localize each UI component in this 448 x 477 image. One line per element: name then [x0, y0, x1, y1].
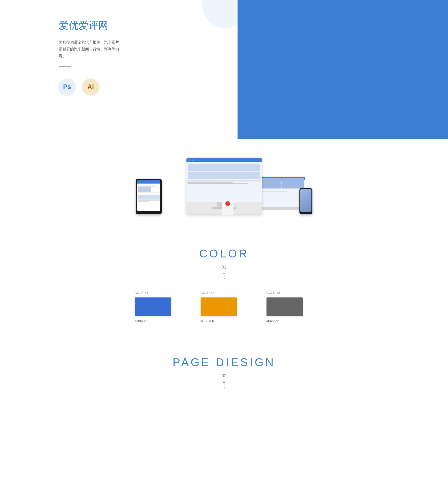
- tablet-screen: [137, 180, 160, 211]
- mug-body: [222, 201, 234, 215]
- divider-line: [59, 66, 71, 67]
- phone-screen-image: [300, 189, 311, 212]
- tablet-line-7: [138, 200, 160, 201]
- mug-handle: [233, 204, 237, 210]
- colors-grid: COLR #1 #386DD3 COLR #2 #EB9700 COLR #3 …: [0, 291, 448, 323]
- tool-icons-container: Ps Ai: [59, 79, 237, 95]
- color-swatch-1: [135, 298, 171, 316]
- monitor-img-2: [224, 164, 260, 171]
- tablet-header: [137, 180, 160, 184]
- left-panel: 爱优爱评网 为您提供最全的汽车报价、汽车图片、最精彩的汽车新闻、行情、评测等内容…: [0, 0, 237, 153]
- color-section: COLOR 01 COLR #1 #386DD3 COLR #2 #EB9700…: [0, 228, 448, 337]
- laptop-content: [258, 177, 305, 189]
- nav-dot-3: [192, 160, 193, 161]
- mug-logo: [225, 201, 230, 206]
- tablet-device: [136, 179, 162, 214]
- monitor-text-2: [188, 182, 233, 183]
- color-section-dots: [0, 273, 448, 279]
- color-hex-3: #666666: [266, 319, 314, 323]
- page-dot-blue-1: [224, 382, 224, 383]
- color-hex-1: #386DD3: [135, 319, 182, 323]
- phone-screen: [300, 189, 311, 212]
- device-mockup-container: [136, 139, 312, 214]
- dot-blue-1: [224, 273, 224, 274]
- phone-device: [299, 188, 312, 214]
- color-label-2: COLR #2: [200, 291, 248, 295]
- tablet-content: [137, 184, 160, 203]
- dot-small-1: [224, 276, 224, 277]
- laptop-screen: [258, 177, 305, 207]
- site-description: 为您提供最全的汽车报价、汽车图片、最精彩的汽车新闻、行情、评测等内容。: [59, 39, 125, 59]
- monitor-img-4: [224, 172, 260, 179]
- page-design-number: 02: [0, 373, 448, 378]
- ps-label: Ps: [63, 83, 71, 91]
- color-label-1: COLR #1: [135, 291, 182, 295]
- dot-small-2: [224, 278, 224, 279]
- tablet-line-4: [138, 192, 160, 193]
- ai-icon-circle[interactable]: Ai: [82, 79, 99, 95]
- laptop-img-2: [282, 178, 304, 183]
- color-hex-2: #EB9700: [200, 319, 248, 323]
- color-card-1: COLR #1 #386DD3: [135, 291, 182, 323]
- color-card-3: COLR #3 #666666: [266, 291, 314, 323]
- monitor-text-1: [188, 180, 261, 181]
- monitor-img-3: [188, 172, 224, 179]
- page-dot-small-2: [224, 387, 224, 388]
- mug: [221, 198, 235, 214]
- ai-label: Ai: [87, 83, 94, 91]
- tablet-line-1: [138, 185, 160, 185]
- tablet-line-2: [138, 186, 155, 187]
- monitor-screen: [187, 158, 262, 202]
- laptop-img-4: [282, 183, 304, 189]
- page-design-title: PAGE DIESIGN: [0, 356, 448, 369]
- tablet-line-3: [138, 187, 151, 192]
- color-card-2: COLR #2 #EB9700: [200, 291, 248, 323]
- laptop-line-1: [259, 190, 304, 190]
- tablet-line-5: [138, 194, 153, 194]
- monitor-text-3: [188, 183, 248, 184]
- right-panel: [237, 0, 448, 153]
- ps-icon-circle[interactable]: Ps: [59, 79, 75, 95]
- tablet-line-6: [138, 195, 160, 200]
- tablet-line-8: [138, 201, 149, 202]
- color-label-3: COLR #3: [266, 291, 314, 295]
- page-design-dots: [0, 382, 448, 388]
- monitor-img-1: [188, 164, 224, 171]
- laptop-img-1: [259, 178, 282, 183]
- monitor-header-bar: [187, 158, 262, 162]
- nav-dot-1: [188, 160, 189, 161]
- color-swatch-2: [200, 298, 237, 316]
- device-section: [0, 139, 448, 228]
- monitor-content: [187, 162, 262, 180]
- top-section: 爱优爱评网 为您提供最全的汽车报价、汽车图片、最精彩的汽车新闻、行情、评测等内容…: [0, 0, 448, 153]
- nav-dot-2: [190, 160, 191, 161]
- color-swatch-3: [266, 298, 303, 316]
- page-design-section: PAGE DIESIGN 02: [0, 337, 448, 414]
- color-section-title: COLOR: [0, 247, 448, 260]
- laptop-img-3: [259, 183, 282, 189]
- laptop-line-2: [259, 191, 287, 191]
- color-section-number: 01: [0, 265, 448, 270]
- page-dot-small-1: [224, 385, 224, 385]
- laptop-screen-inner: [258, 177, 305, 207]
